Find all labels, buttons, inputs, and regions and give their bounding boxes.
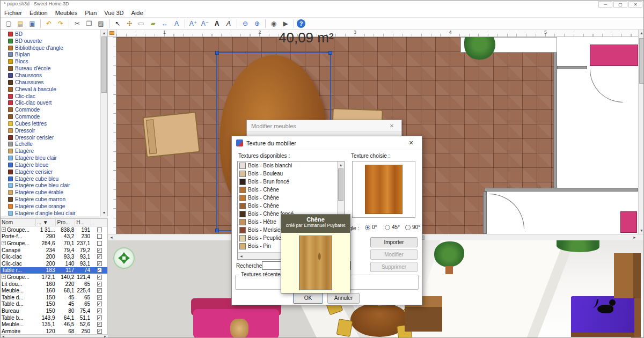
catalog-item[interactable]: Cubes lettres [1, 120, 100, 127]
table-row[interactable]: Canapé23479,479,2✓ [1, 247, 107, 254]
catalog-item[interactable]: Etagère [1, 148, 100, 155]
table-row[interactable]: Clic-clac20093,393,1✓ [1, 253, 107, 260]
texture-item[interactable]: Bois - Chêne [238, 194, 337, 202]
column-header[interactable]: Pro... [56, 219, 75, 226]
maximize-button[interactable]: ▢ [613, 1, 627, 8]
catalog-item[interactable]: Clic-clac ouvert [1, 99, 100, 106]
table-row[interactable]: Bureau1508075,4✓ [1, 307, 107, 314]
plant-plan[interactable] [464, 37, 495, 60]
modify-button[interactable]: Modifier [370, 249, 418, 260]
navigation-compass[interactable] [113, 247, 135, 269]
scroll-left-icon[interactable]: ◄ [108, 235, 114, 240]
catalog-item[interactable]: Cheval à bascule [1, 86, 100, 93]
table-row[interactable]: Table d...1504565✓ [1, 301, 107, 308]
open-icon[interactable]: ▤ [15, 19, 26, 28]
table-row[interactable]: Table b...143,964,151,1✓ [1, 314, 107, 321]
table-row[interactable]: Lit dou...16022065✓ [1, 281, 107, 288]
paste-icon[interactable]: ▨ [96, 19, 106, 28]
catalog-item[interactable]: Etagère cube orange [1, 203, 100, 210]
catalog-item[interactable]: Biplan [1, 52, 100, 58]
expand-icon[interactable]: + [2, 275, 6, 279]
redo-icon[interactable]: ↷ [55, 19, 66, 28]
catalog-item[interactable]: Dressoir [1, 127, 100, 134]
scroll-right-icon[interactable]: ► [632, 235, 638, 240]
visible-checkbox[interactable]: ✓ [97, 261, 102, 266]
catalog-item[interactable]: Echelle [1, 141, 100, 148]
angle-radio-0[interactable]: 0° [365, 224, 377, 230]
catalog-item[interactable]: Etagère bleue [1, 161, 100, 168]
catalog-item[interactable]: Blocs [1, 58, 100, 65]
catalog-item[interactable]: Chaussures [1, 79, 100, 86]
selection-handle[interactable] [328, 51, 332, 55]
scroll-up-icon[interactable]: ▲ [101, 30, 107, 36]
scroll-down-icon[interactable]: ▼ [639, 227, 644, 234]
column-header[interactable]: Nom [1, 219, 36, 226]
texture-list-scroll-thumb[interactable] [338, 168, 343, 201]
texture-item[interactable]: Bois - Chêne [238, 202, 337, 210]
close-button[interactable]: ✕ [628, 1, 642, 8]
catalog-scroll-thumb[interactable] [101, 36, 107, 93]
menu-item-aide[interactable]: Aide [128, 10, 147, 16]
sofa-plan[interactable] [620, 211, 637, 233]
menu-item-fichier[interactable]: Fichier [1, 10, 26, 16]
selection-handle[interactable] [215, 229, 219, 232]
scroll-left-icon[interactable]: ◄ [1, 335, 6, 338]
menu-item-vue-3d[interactable]: Vue 3D [100, 10, 127, 16]
texture-item[interactable]: Bois - Bois blanchi [238, 161, 337, 170]
navigate-left-icon[interactable] [115, 255, 122, 261]
visible-checkbox[interactable] [97, 234, 102, 239]
plan-vscroll-thumb[interactable] [639, 38, 644, 84]
radio-icon[interactable] [385, 225, 390, 230]
wall[interactable] [483, 192, 487, 234]
italic-icon[interactable]: A [223, 19, 234, 28]
expand-icon[interactable]: + [2, 241, 6, 245]
catalog-item[interactable]: Etagère d'angle bleu clair [1, 210, 100, 216]
catalog-item[interactable]: Commode [1, 113, 100, 120]
catalog-item[interactable]: Etagère cube marron [1, 196, 100, 203]
visible-checkbox[interactable] [97, 227, 102, 232]
create-dimensions-icon[interactable]: ↔ [159, 19, 170, 28]
catalog-scrollbar[interactable]: ▲ ▼ [100, 30, 107, 216]
table-row[interactable]: Porte-f...29043,2230 [1, 233, 107, 240]
catalog-item[interactable]: Dressoir cerisier [1, 134, 100, 141]
dialog-title-bar[interactable]: Modifier meubles ✕ [247, 120, 401, 132]
visible-checkbox[interactable]: ✓ [97, 275, 102, 280]
cancel-button[interactable]: Annuler [327, 293, 360, 304]
copy-icon[interactable]: ❐ [84, 19, 94, 28]
video-icon[interactable]: ▶ [280, 19, 291, 28]
table-row[interactable]: Clic-clac20014093,1✓ [1, 260, 107, 267]
visible-checkbox[interactable] [97, 241, 102, 246]
catalog-item[interactable]: BD [1, 31, 100, 38]
texture-item[interactable]: Bois - Chêne [238, 186, 337, 194]
visible-checkbox[interactable]: ✓ [97, 288, 102, 293]
visible-checkbox[interactable]: ✓ [97, 268, 102, 273]
dialog-title-bar[interactable]: Texture du mobilier ✕ [232, 136, 422, 150]
table-row[interactable]: Table r...18311774✓ [1, 267, 107, 274]
chair-plan[interactable] [142, 112, 200, 158]
table-row[interactable]: +Groupe...1 31...838,8191 [1, 226, 107, 233]
ok-button[interactable]: OK [293, 293, 323, 304]
catalog-item[interactable]: Etagère cube bleu [1, 175, 100, 182]
cut-icon[interactable]: ✂ [72, 19, 83, 28]
visible-checkbox[interactable]: ✓ [97, 322, 102, 327]
radio-icon[interactable] [405, 225, 411, 230]
visible-checkbox[interactable]: ✓ [97, 254, 102, 259]
visible-checkbox[interactable]: ✓ [97, 302, 102, 306]
photo-icon[interactable]: ◉ [268, 19, 279, 28]
select-icon[interactable]: ↖ [112, 19, 123, 28]
column-header[interactable]: ... ▼ [36, 219, 56, 226]
angle-radio-45[interactable]: 45° [385, 224, 400, 230]
bold-icon[interactable]: A [211, 19, 222, 28]
catalog-item[interactable]: Bureau d'école [1, 65, 100, 72]
table-row[interactable]: Armoire12068250✓ [1, 328, 107, 334]
catalog-item[interactable]: Commode [1, 106, 100, 113]
table-row[interactable]: Meuble...16068,1225,4✓ [1, 287, 107, 294]
save-icon[interactable]: ▣ [27, 19, 38, 28]
zoom-in-icon[interactable]: ⊕ [252, 19, 262, 28]
catalog-item[interactable]: Etagère cerisier [1, 168, 100, 175]
menu-item-edition[interactable]: Edition [26, 10, 52, 16]
radio-icon[interactable] [365, 225, 370, 230]
texture-item[interactable]: Bois - Brun foncé [238, 178, 337, 186]
catalog-item[interactable]: Etagère cube bleu clair [1, 182, 100, 189]
visible-checkbox[interactable]: ✓ [97, 295, 102, 300]
